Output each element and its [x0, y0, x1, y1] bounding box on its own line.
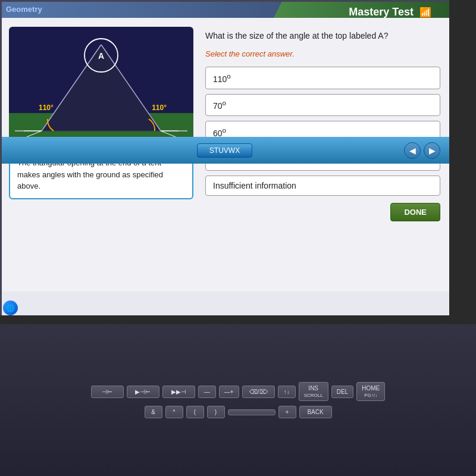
kb-key-back[interactable]: BACK — [299, 406, 332, 418]
kb-key-updown[interactable]: ↑↓ — [278, 386, 296, 398]
kb-key-lparen[interactable]: ( — [186, 406, 204, 418]
kb-key-rparen[interactable]: ) — [207, 406, 225, 418]
nav-center-button[interactable]: STUVWX — [197, 143, 252, 158]
question-text: What is the size of the angle at the top… — [205, 30, 440, 42]
nav-arrow-left[interactable]: ◀ — [404, 142, 421, 159]
kb-key-dash2[interactable]: —+ — [219, 386, 239, 398]
nav-bar: STUVWX ◀ ▶ — [0, 137, 449, 164]
keyboard-row-2: & * ( ) + BACK — [145, 406, 332, 418]
kb-key-home[interactable]: HOMEPG↑/↓ — [356, 382, 385, 401]
kb-key-del[interactable]: DEL — [331, 386, 353, 398]
screen: Geometry Mastery Test 📶 — [0, 0, 449, 315]
nav-arrows: ◀ ▶ — [404, 142, 440, 159]
answer-option-1[interactable]: 110o — [205, 67, 440, 89]
diagram-image: A 110° 110° — [9, 27, 193, 143]
answer-option-5[interactable]: Insufficient information — [205, 176, 440, 196]
kb-key-star[interactable]: * — [165, 406, 183, 418]
kb-key-next[interactable]: ▶▶⊣ — [162, 386, 195, 398]
svg-line-7 — [27, 131, 42, 137]
angle-left-label: 110° — [39, 104, 54, 112]
kb-key-dash1[interactable]: — — [198, 386, 216, 398]
keyboard-row-1: ⊣⊢ ▶⊣⊢ ▶▶⊣ — —+ ⌫/⌦ ↑↓ INSSCROLL DEL HOM… — [91, 382, 385, 401]
keyboard-area: ⊣⊢ ▶⊣⊢ ▶▶⊣ — —+ ⌫/⌦ ↑↓ INSSCROLL DEL HOM… — [0, 324, 476, 476]
kb-key-ins[interactable]: INSSCROLL — [299, 382, 328, 401]
select-instruction: Select the correct answer. — [205, 49, 440, 58]
tent-svg: A — [9, 27, 193, 143]
wifi-icon: 📶 — [419, 7, 431, 18]
mastery-title: Mastery Test — [349, 6, 414, 18]
kb-key-amp[interactable]: & — [145, 406, 162, 418]
globe-icon[interactable]: 🌐 — [3, 300, 18, 315]
done-button[interactable]: DONE — [390, 203, 440, 221]
nav-arrow-right[interactable]: ▶ — [424, 142, 440, 159]
geometry-label: Geometry — [6, 5, 42, 14]
svg-line-9 — [161, 131, 176, 137]
kb-key-prev[interactable]: ⊣⊢ — [91, 386, 124, 398]
kb-key-spacebar[interactable] — [228, 409, 275, 415]
kb-key-backspace[interactable]: ⌫/⌦ — [242, 386, 275, 398]
kb-key-play[interactable]: ▶⊣⊢ — [127, 386, 159, 398]
svg-text:A: A — [98, 51, 104, 61]
kb-key-plus[interactable]: + — [278, 406, 296, 418]
angle-right-label: 110° — [152, 104, 167, 112]
answer-option-2[interactable]: 70o — [205, 94, 440, 117]
